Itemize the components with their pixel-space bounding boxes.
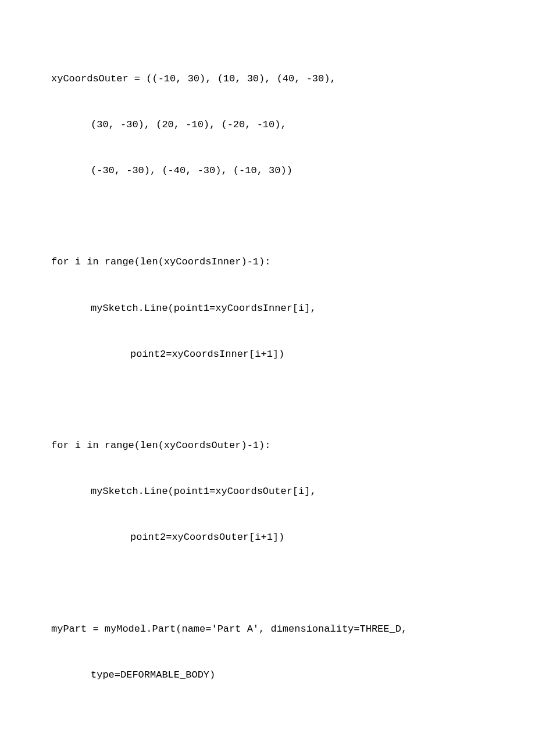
code-line: (30, -30), (20, -10), (-20, -10), [51,117,484,132]
code-line: xyCoordsOuter = ((-10, 30), (10, 30), (4… [51,71,484,87]
code-line: mySketch.Line(point1=xyCoordsOuter[i], [51,484,484,499]
code-line: for i in range(len(xyCoordsInner)-1): [51,255,484,270]
code-line: (-30, -30), (-40, -30), (-10, 30)) [51,163,484,178]
code-line: point2=xyCoordsInner[i+1]) [51,347,484,362]
code-block: xyCoordsOuter = ((-10, 30), (10, 30), (4… [51,41,484,756]
code-line: type=DEFORMABLE_BODY) [51,668,484,683]
code-line: point2=xyCoordsOuter[i+1]) [51,530,484,545]
code-line: for i in range(len(xyCoordsOuter)-1): [51,438,484,453]
code-line: mySketch.Line(point1=xyCoordsInner[i], [51,301,484,316]
code-line: myPart = myModel.Part(name='Part A', dim… [51,622,484,637]
